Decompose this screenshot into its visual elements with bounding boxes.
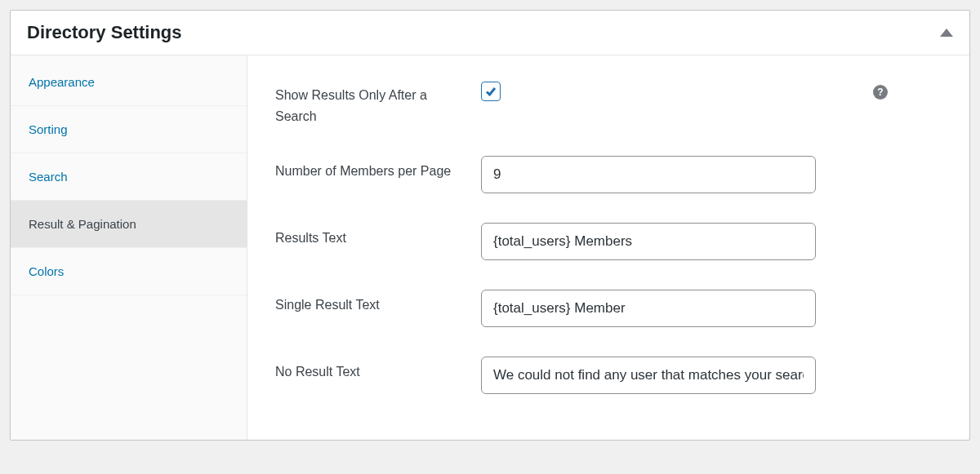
checkmark-icon bbox=[484, 85, 497, 98]
panel-header: Directory Settings bbox=[11, 11, 969, 55]
members-per-page-control bbox=[481, 156, 937, 193]
results-text-label: Results Text bbox=[275, 223, 481, 249]
directory-settings-panel: Directory Settings Appearance Sorting Se… bbox=[10, 10, 970, 441]
show-results-after-search-checkbox[interactable] bbox=[481, 82, 501, 101]
show-results-after-search-control bbox=[481, 80, 937, 101]
members-per-page-input[interactable] bbox=[481, 156, 816, 193]
sidebar-item-sorting[interactable]: Sorting bbox=[11, 106, 247, 153]
sidebar-item-result-pagination[interactable]: Result & Pagination bbox=[11, 201, 247, 248]
no-result-text-control bbox=[481, 357, 937, 394]
results-text-row: Results Text bbox=[275, 223, 937, 260]
settings-sidebar: Appearance Sorting Search Result & Pagin… bbox=[11, 55, 247, 440]
single-result-text-input[interactable] bbox=[481, 290, 816, 327]
sidebar-item-search[interactable]: Search bbox=[11, 153, 247, 201]
single-result-text-label: Single Result Text bbox=[275, 290, 481, 316]
no-result-text-input[interactable] bbox=[481, 357, 816, 394]
collapse-up-icon[interactable] bbox=[940, 29, 953, 37]
panel-body: Appearance Sorting Search Result & Pagin… bbox=[11, 55, 969, 440]
show-results-after-search-row: Show Results Only After a Search ? bbox=[275, 80, 937, 126]
help-icon[interactable]: ? bbox=[873, 85, 888, 100]
single-result-text-control bbox=[481, 290, 937, 327]
no-result-text-row: No Result Text bbox=[275, 357, 937, 394]
members-per-page-label: Number of Members per Page bbox=[275, 156, 481, 182]
sidebar-item-appearance[interactable]: Appearance bbox=[11, 59, 247, 106]
show-results-after-search-label: Show Results Only After a Search bbox=[275, 80, 481, 126]
single-result-text-row: Single Result Text bbox=[275, 290, 937, 327]
panel-title: Directory Settings bbox=[27, 22, 182, 43]
sidebar-item-colors[interactable]: Colors bbox=[11, 248, 247, 295]
results-text-control bbox=[481, 223, 937, 260]
no-result-text-label: No Result Text bbox=[275, 357, 481, 383]
results-text-input[interactable] bbox=[481, 223, 816, 260]
members-per-page-row: Number of Members per Page bbox=[275, 156, 937, 193]
settings-content: Show Results Only After a Search ? Numbe… bbox=[247, 55, 969, 440]
